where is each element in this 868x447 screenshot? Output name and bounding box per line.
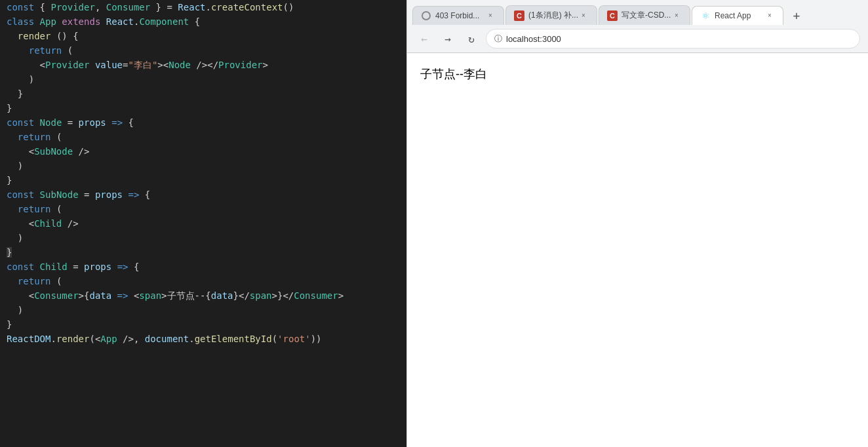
address-bar: ← → ↻ ⓘ localhost:3000 [407, 25, 868, 52]
lock-icon: ⓘ [494, 33, 502, 45]
page-content-text: 子节点--李白 [420, 68, 487, 81]
reload-button[interactable]: ↻ [462, 29, 481, 48]
browser-tab-tab1[interactable]: 403 Forbid...× [412, 6, 504, 25]
code-line-9: const Node = props => { [0, 115, 406, 130]
code-line-20: return ( [0, 274, 406, 288]
tab-favicon-tab2: C [514, 10, 524, 21]
tab-favicon-tab4: ⚛ [700, 10, 711, 21]
back-button[interactable]: ← [415, 29, 433, 48]
tabs-bar: 403 Forbid...×C(1条消息) 补...×C写文章-CSD...×⚛… [407, 0, 868, 25]
code-line-10: return ( [0, 130, 406, 144]
tab-close-tab3[interactable]: × [671, 10, 682, 21]
code-line-12: ) [0, 159, 406, 173]
tab-close-tab4[interactable]: × [764, 10, 775, 21]
code-line-14: const SubNode = props => { [0, 187, 406, 202]
browser-tab-tab2[interactable]: C(1条消息) 补...× [505, 5, 597, 25]
tab-label-tab3: 写文章-CSD... [621, 10, 671, 21]
browser-tab-tab3[interactable]: C写文章-CSD...× [599, 5, 690, 25]
tab-label-tab2: (1条消息) 补... [528, 10, 578, 21]
code-line-19: const Child = props => { [0, 260, 406, 274]
code-line-11: <SubNode /> [0, 144, 406, 159]
tab-close-tab1[interactable]: × [485, 10, 496, 21]
tab-favicon-tab1 [421, 10, 431, 21]
code-line-8: } [0, 101, 406, 115]
code-line-18: } [0, 245, 406, 260]
browser-tab-tab4[interactable]: ⚛React App× [692, 6, 783, 25]
code-line-23: } [0, 317, 406, 332]
new-tab-button[interactable]: + [787, 6, 806, 24]
code-line-16: <Child /> [0, 216, 406, 231]
code-line-2: class App extends React.Component { [0, 14, 406, 29]
code-line-3: render () { [0, 29, 406, 43]
tab-label-tab4: React App [715, 11, 764, 20]
code-line-22: ) [0, 303, 406, 317]
url-text: localhost:3000 [506, 34, 852, 44]
code-line-5: <Provider value="李白"><Node /></Provider> [0, 58, 406, 72]
code-line-24: ReactDOM.render(<App />, document.getEle… [0, 332, 406, 346]
browser-window: 403 Forbid...×C(1条消息) 补...×C写文章-CSD...×⚛… [406, 0, 868, 447]
code-line-13: } [0, 173, 406, 187]
tab-label-tab1: 403 Forbid... [435, 11, 485, 20]
code-line-17: ) [0, 231, 406, 245]
code-line-21: <Consumer>{data => <span>子节点--{data}</sp… [0, 288, 406, 303]
tab-close-tab2[interactable]: × [578, 10, 589, 21]
code-line-6: ) [0, 72, 406, 87]
url-bar[interactable]: ⓘ localhost:3000 [486, 29, 860, 49]
browser-content: 子节点--李白 [407, 53, 868, 447]
code-line-7: } [0, 87, 406, 101]
code-editor: const { Provider, Consumer } = React.cre… [0, 0, 406, 447]
tab-favicon-tab3: C [607, 10, 618, 21]
browser-chrome: 403 Forbid...×C(1条消息) 补...×C写文章-CSD...×⚛… [407, 0, 868, 53]
code-line-15: return ( [0, 202, 406, 216]
forward-button[interactable]: → [439, 29, 457, 48]
code-line-4: return ( [0, 43, 406, 58]
code-line-1: const { Provider, Consumer } = React.cre… [0, 0, 406, 14]
